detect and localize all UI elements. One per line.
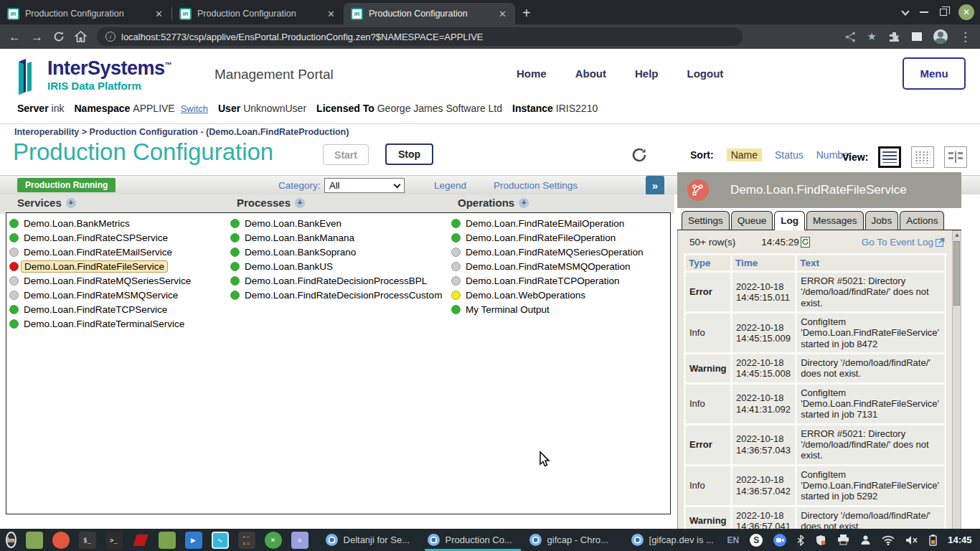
add-service-icon[interactable]: + (66, 198, 76, 208)
restore-icon[interactable] (940, 9, 947, 16)
url-text[interactable]: localhost:52773/csp/applive/EnsPortal.Pr… (121, 32, 484, 42)
volume-muted-icon[interactable] (905, 535, 918, 545)
log-row[interactable]: Warning 2022-10-1814:45:15.008 Directory… (686, 354, 944, 382)
operation-item[interactable]: My Terminal Output (451, 302, 644, 316)
browser-tab-1[interactable]: IR Production Configuration ✕ (0, 3, 171, 24)
service-item[interactable]: Demo.Loan.BankMetrics (9, 216, 191, 230)
software-manager-icon[interactable] (52, 532, 70, 549)
operation-item[interactable]: Demo.Loan.FindRateTCPOperation (451, 273, 644, 288)
skype-icon[interactable]: S (750, 534, 763, 547)
calculator-icon[interactable]: +−×= (238, 532, 255, 549)
tab-jobs[interactable]: Jobs (865, 211, 899, 230)
tab-search-chevron-icon[interactable] (901, 7, 909, 15)
terminal-icon[interactable]: $_ (79, 532, 96, 549)
close-tab-icon[interactable]: ✕ (154, 9, 164, 19)
log-row[interactable]: Info 2022-10-1814:41:31.092 ConfigItem '… (686, 385, 944, 423)
system-monitor-icon[interactable]: ∿ (212, 532, 229, 549)
grid-view-icon[interactable] (911, 146, 934, 168)
tab-actions[interactable]: Actions (900, 211, 944, 230)
home-icon[interactable] (75, 31, 87, 42)
operation-item[interactable]: Demo.Loan.WebOperations (451, 288, 644, 302)
process-item[interactable]: Demo.Loan.BankManana (230, 230, 442, 245)
process-item[interactable]: Demo.Loan.FindRateDecisionProcessCustom (230, 288, 442, 302)
address-bar[interactable]: i localhost:52773/csp/applive/EnsPortal.… (97, 27, 743, 46)
browser-tab-2[interactable]: IR Production Configuration ✕ (172, 3, 344, 24)
reload-icon[interactable] (53, 31, 65, 42)
browser-menu-kebab-icon[interactable]: ⋮ (959, 31, 971, 43)
share-icon[interactable] (845, 32, 856, 42)
tab-log[interactable]: Log (774, 211, 805, 230)
panel-vertical-scrollbar[interactable]: ▲ ▼ (952, 230, 961, 551)
sort-by-status[interactable]: Status (775, 149, 804, 161)
browser-tab-3-active[interactable]: IR Production Configuration ✕ (344, 3, 515, 24)
extensions-puzzle-icon[interactable] (888, 31, 900, 43)
site-info-icon[interactable]: i (105, 32, 116, 42)
log-row[interactable]: Error 2022-10-1814:36:57.043 ERROR #5021… (686, 425, 944, 464)
nav-help-link[interactable]: Help (635, 67, 659, 80)
process-item[interactable]: Demo.Loan.BankUS (230, 259, 442, 273)
log-row[interactable]: Error 2022-10-1814:45:15.011 ERROR #5021… (686, 273, 944, 311)
user-icon[interactable] (860, 534, 871, 545)
keyboard-layout-indicator[interactable]: EN (727, 535, 740, 545)
window-button-deltanji[interactable]: Deltanji for Se... (320, 529, 422, 551)
switch-namespace-link[interactable]: Switch (181, 103, 208, 114)
col-type[interactable]: Type (686, 255, 730, 270)
back-icon[interactable]: ← (9, 31, 21, 43)
files-folder-icon[interactable] (159, 532, 176, 549)
tab-settings[interactable]: Settings (682, 211, 730, 230)
operation-item[interactable]: Demo.Loan.FindRateFileOperation (451, 230, 644, 245)
log-row[interactable]: Info 2022-10-1814:36:57.042 ConfigItem '… (686, 466, 944, 505)
nav-logout-link[interactable]: Logout (687, 67, 724, 80)
notes-icon[interactable]: ≡ (291, 532, 308, 549)
window-button-gifcap[interactable]: gifcap - Chro... (524, 529, 626, 551)
minimize-icon[interactable] (920, 11, 928, 13)
vertical-scroll-thumb[interactable] (953, 241, 960, 306)
process-item[interactable]: Demo.Loan.FindRateDecisionProcessBPL (230, 273, 442, 288)
breadcrumb[interactable]: Interoperability > Production Configurat… (14, 127, 349, 137)
service-item[interactable]: Demo.Loan.FindRateTerminalService (9, 316, 191, 331)
service-item[interactable]: Demo.Loan.FindRateCSPService (9, 230, 191, 245)
profile-avatar[interactable] (933, 29, 948, 44)
close-tab-icon[interactable]: ✕ (497, 9, 508, 19)
nav-home-link[interactable]: Home (517, 67, 547, 80)
add-process-icon[interactable]: + (295, 198, 305, 208)
window-button-production-active[interactable]: Production Co... (422, 529, 524, 551)
show-desktop-icon[interactable] (26, 532, 43, 549)
service-item[interactable]: Demo.Loan.FindRateMSMQService (9, 288, 191, 302)
close-tab-icon[interactable]: ✕ (326, 9, 336, 19)
list-view-icon[interactable] (878, 146, 901, 168)
go-to-event-log-link[interactable]: Go To Event Log (862, 237, 945, 248)
green-x-app-icon[interactable]: ✕ (265, 532, 282, 549)
process-item[interactable]: Demo.Loan.BankEven (230, 216, 442, 230)
col-text[interactable]: Text (797, 255, 944, 270)
tab-queue[interactable]: Queue (731, 211, 773, 230)
bookmark-star-icon[interactable]: ★ (867, 30, 877, 43)
scroll-up-icon[interactable]: ▲ (954, 232, 960, 238)
mint-menu-icon[interactable]: lm (6, 532, 17, 548)
menu-button[interactable]: Menu (903, 57, 966, 90)
refresh-spinner-icon[interactable] (631, 146, 648, 164)
terminal-alt-icon[interactable]: >_ (105, 532, 123, 549)
tab-messages[interactable]: Messages (806, 211, 864, 230)
side-panel-icon[interactable] (912, 32, 922, 41)
log-row[interactable]: Info 2022-10-1814:45:15.009 ConfigItem '… (686, 314, 944, 352)
service-item[interactable]: Demo.Loan.FindRateMQSeriesService (9, 273, 191, 288)
add-operation-icon[interactable]: + (519, 198, 529, 208)
printer-icon[interactable] (837, 534, 849, 545)
close-window-icon[interactable]: ✕ (958, 4, 974, 20)
nav-about-link[interactable]: About (575, 67, 606, 80)
production-settings-link[interactable]: Production Settings (494, 180, 578, 191)
refresh-page-icon[interactable] (801, 237, 810, 248)
service-item-selected[interactable]: Demo.Loan.FindRateFileService (9, 259, 191, 273)
forward-icon[interactable]: → (31, 31, 43, 43)
stop-button[interactable]: Stop (385, 143, 433, 165)
vscode-icon[interactable]: ▶ (185, 532, 202, 549)
window-button-gifcap-dev[interactable]: [gifcap.dev is ... (626, 529, 727, 551)
new-tab-button[interactable]: + (522, 5, 531, 22)
split-view-icon[interactable] (944, 146, 967, 168)
security-shield-icon[interactable] (815, 534, 826, 546)
sort-by-name[interactable]: Name (727, 149, 762, 161)
process-item[interactable]: Demo.Loan.BankSoprano (230, 245, 442, 259)
start-button[interactable]: Start (323, 144, 369, 165)
service-item[interactable]: Demo.Loan.FindRateEMailService (9, 245, 191, 259)
